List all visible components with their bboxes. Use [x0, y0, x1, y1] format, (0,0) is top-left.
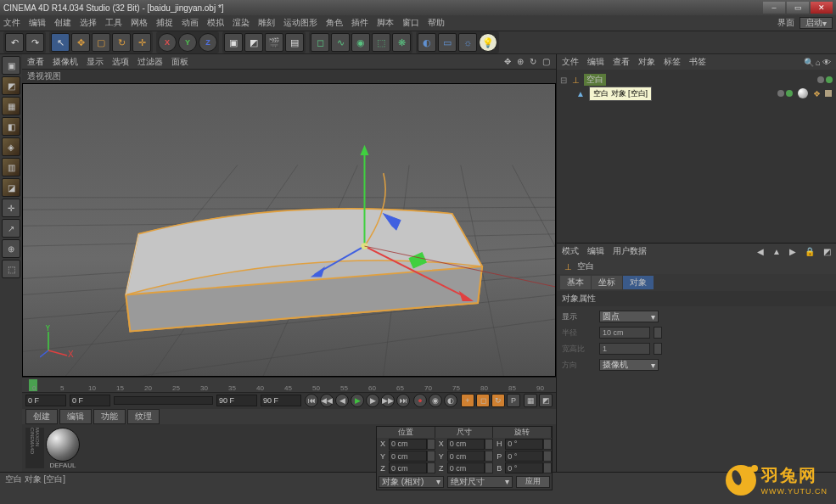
window-maximize-button[interactable]: ▭	[787, 2, 809, 14]
spline-button[interactable]: ∿	[331, 33, 350, 52]
prev-key-button[interactable]: ◀◀	[320, 394, 334, 407]
menu-character[interactable]: 角色	[326, 17, 343, 29]
undo-button[interactable]: ↶	[5, 33, 24, 52]
attr-userdata[interactable]: 用户数据	[613, 245, 647, 257]
texture-tag-icon[interactable]	[798, 88, 808, 98]
redo-button[interactable]: ↷	[25, 33, 44, 52]
vp-rotate-icon[interactable]: ↻	[528, 57, 538, 67]
tweak-mode-button[interactable]: ↗	[2, 219, 20, 238]
keyframe-sel-button[interactable]: ◐	[444, 394, 457, 407]
deformer-button[interactable]: ❋	[392, 33, 411, 52]
attr-tab-basic[interactable]: 基本	[560, 276, 591, 289]
array-button[interactable]: ⬚	[372, 33, 390, 52]
menu-plugins[interactable]: 插件	[351, 17, 368, 29]
coord-apply-button[interactable]: 应用	[516, 476, 550, 488]
menu-tools[interactable]: 工具	[105, 17, 122, 29]
vp-menu-camera[interactable]: 摄像机	[53, 56, 78, 68]
vp-menu-view[interactable]: 查看	[27, 56, 44, 68]
render-view-button[interactable]: ▣	[224, 33, 243, 52]
nurbs-button[interactable]: ◉	[351, 33, 370, 52]
coord-mode-select[interactable]: 对象 (相对)▾	[379, 476, 444, 488]
axis-x-toggle[interactable]: X	[158, 33, 177, 52]
next-key-button[interactable]: ▶▶	[381, 394, 395, 407]
attr-lock-icon[interactable]: 🔒	[805, 247, 815, 256]
key-scale-button[interactable]: ◻	[476, 394, 490, 407]
next-frame-button[interactable]: ▶	[366, 394, 379, 407]
menu-select[interactable]: 选择	[80, 17, 97, 29]
vp-menu-panel[interactable]: 面板	[171, 56, 188, 68]
menu-mesh[interactable]: 网格	[131, 17, 148, 29]
axis-toggle-button[interactable]: ✛	[2, 199, 20, 217]
snap-button[interactable]: ⊕	[2, 239, 20, 258]
window-minimize-button[interactable]: –	[763, 2, 785, 14]
vp-menu-display[interactable]: 显示	[87, 56, 104, 68]
attr-tab-object[interactable]: 对象	[623, 276, 654, 289]
menu-file[interactable]: 文件	[3, 17, 20, 29]
tree-label-root[interactable]: 空白	[584, 74, 606, 86]
workplane-button[interactable]: ◧	[2, 117, 20, 136]
om-edit[interactable]: 编辑	[587, 56, 604, 68]
primitive-cube-button[interactable]: ◻	[311, 33, 329, 52]
menu-edit[interactable]: 编辑	[29, 17, 46, 29]
timeline-start-input[interactable]	[25, 395, 66, 406]
grid-button[interactable]: ⬚	[2, 260, 20, 278]
om-tags[interactable]: 标签	[664, 56, 681, 68]
attr-radius-input[interactable]	[599, 327, 650, 339]
om-home-icon[interactable]: ⌂	[816, 58, 821, 67]
coord-x-size[interactable]: 0 cm	[447, 439, 485, 450]
timeline-range-slider[interactable]	[114, 396, 213, 405]
scale-tool[interactable]: ▢	[92, 33, 110, 52]
axis-y-toggle[interactable]: Y	[178, 33, 197, 52]
timeline-ruler[interactable]: 0 5 10 15 20 25 30 35 40 45 50 55 60 65 …	[22, 378, 556, 393]
key-opt-button[interactable]: ◩	[539, 394, 553, 407]
expand-icon[interactable]: ⊟	[560, 76, 567, 85]
om-bookmarks[interactable]: 书签	[689, 56, 706, 68]
coord-b-rot[interactable]: 0 °	[505, 462, 543, 473]
render-region-button[interactable]: ◩	[244, 33, 263, 52]
mat-tab-edit[interactable]: 编辑	[59, 409, 92, 424]
move-tool[interactable]: ✥	[71, 33, 90, 52]
point-mode-button[interactable]: ◈	[2, 137, 20, 156]
om-search-icon[interactable]: 🔍	[804, 58, 814, 67]
om-eye-icon[interactable]: 👁	[822, 58, 831, 67]
light-button[interactable]: ☼	[458, 33, 477, 52]
vp-zoom-icon[interactable]: ⊕	[515, 57, 525, 67]
mat-tab-texture[interactable]: 纹理	[127, 409, 160, 424]
coord-x-pos[interactable]: 0 cm	[389, 439, 427, 450]
attr-mode[interactable]: 模式	[562, 245, 579, 257]
axis-z-toggle[interactable]: Z	[199, 33, 217, 52]
attr-edit[interactable]: 编辑	[587, 245, 604, 257]
coord-p-rot[interactable]: 0 °	[505, 451, 543, 462]
mat-tab-func[interactable]: 功能	[93, 409, 126, 424]
timeline-end2-input[interactable]	[216, 395, 257, 406]
bulb-button[interactable]: 💡	[479, 33, 497, 52]
material-preview[interactable]	[46, 428, 80, 462]
attr-newwin-icon[interactable]: ◩	[823, 247, 831, 256]
menu-create[interactable]: 创建	[54, 17, 71, 29]
window-close-button[interactable]: ✕	[811, 2, 833, 14]
key-pla-button[interactable]: ▦	[524, 394, 537, 407]
attr-nav-back-icon[interactable]: ◀	[757, 247, 764, 256]
play-button[interactable]: ▶	[351, 394, 364, 407]
attr-aspect-stepper[interactable]	[654, 343, 662, 355]
menu-render[interactable]: 渲染	[233, 17, 250, 29]
coord-z-pos[interactable]: 0 cm	[389, 462, 427, 473]
menu-sculpt[interactable]: 雕刻	[258, 17, 275, 29]
picture-viewer-button[interactable]: ▤	[285, 33, 304, 52]
edge-mode-button[interactable]: ▥	[2, 158, 20, 176]
menu-mograph[interactable]: 运动图形	[283, 17, 317, 29]
coord-y-size[interactable]: 0 cm	[447, 451, 485, 462]
live-select-tool[interactable]: ↖	[51, 33, 70, 52]
camera-button[interactable]: ▭	[438, 33, 457, 52]
menu-script[interactable]: 脚本	[377, 17, 394, 29]
viewport-3d[interactable]: Y X	[22, 83, 556, 377]
menu-window[interactable]: 窗口	[402, 17, 419, 29]
record-button[interactable]: ●	[413, 394, 427, 407]
om-object[interactable]: 对象	[638, 56, 655, 68]
menu-snap[interactable]: 捕捉	[156, 17, 173, 29]
polygon-mode-button[interactable]: ◪	[2, 178, 20, 197]
om-file[interactable]: 文件	[562, 56, 579, 68]
lastused-tool[interactable]: ✛	[132, 33, 151, 52]
mat-tab-create[interactable]: 创建	[25, 409, 58, 424]
layout-dropdown[interactable]: 启动 ▾	[800, 17, 833, 29]
